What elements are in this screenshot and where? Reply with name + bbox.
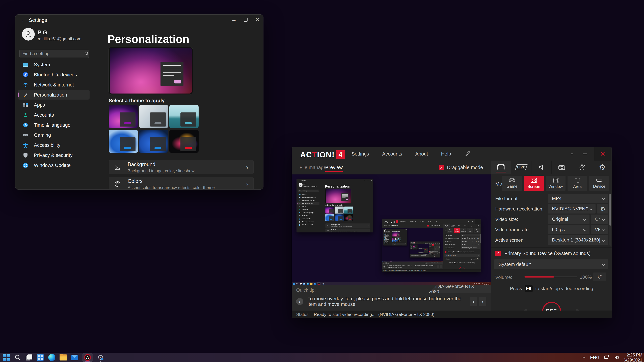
- primary-sound-checkbox-row[interactable]: ✓ Primary Sound Device (System sounds): [495, 250, 590, 257]
- hw-accel-settings-button[interactable]: ⚙: [597, 204, 608, 214]
- next-tip-button[interactable]: ›: [479, 297, 486, 306]
- widgets-button[interactable]: [36, 354, 44, 361]
- theme-tile-floral[interactable]: [170, 130, 198, 153]
- sidebar-item-privacy[interactable]: Privacy & security: [18, 150, 90, 160]
- colors-row[interactable]: Colors Accent color, transparency effect…: [109, 177, 254, 190]
- panel-scrollbar[interactable]: [610, 194, 611, 246]
- task-view-button[interactable]: [25, 354, 33, 361]
- start-button[interactable]: [2, 354, 10, 361]
- benchmark-tab[interactable]: [572, 161, 592, 174]
- speaker-icon[interactable]: [614, 355, 619, 360]
- video-size-secondary-select[interactable]: Origin...: [591, 215, 608, 224]
- status-text: Ready to start video recording...: [389, 270, 408, 271]
- tray-chevron-icon[interactable]: [582, 356, 586, 360]
- network-icon[interactable]: [604, 355, 610, 360]
- audio-tab[interactable]: [532, 161, 552, 174]
- theme-tile-floral: [415, 248, 416, 248]
- edge-button[interactable]: [48, 354, 56, 361]
- video-size-secondary-select: Origin...: [427, 250, 428, 251]
- volume-reset-button[interactable]: ↺: [593, 273, 606, 281]
- chevron-right-icon: ›: [405, 245, 406, 245]
- checkbox-checked-icon[interactable]: ✓: [495, 251, 500, 256]
- file-explorer-button[interactable]: [59, 354, 67, 361]
- volume-value: 100%: [437, 253, 438, 254]
- theme-tile-blue-light[interactable]: [109, 130, 138, 153]
- film-icon: [496, 164, 505, 171]
- tab-preview[interactable]: Preview: [325, 161, 343, 174]
- desktop: ← Settings – ✕ P G mirillis151@gmail.com…: [382, 228, 443, 262]
- framerate-mode-select[interactable]: VFR: [591, 225, 608, 234]
- search-button[interactable]: [14, 354, 22, 361]
- avatar[interactable]: [22, 28, 35, 40]
- close-button[interactable]: ✕: [594, 147, 611, 161]
- theme-tile-blue-dark[interactable]: [139, 130, 168, 153]
- menu-about[interactable]: About: [415, 151, 428, 157]
- sidebar-item-apps[interactable]: Apps: [18, 100, 90, 110]
- sidebar-item-personalization[interactable]: Personalization: [18, 90, 90, 99]
- clock[interactable]: 2:25 PM 6/29/2021: [624, 353, 642, 362]
- framerate-select[interactable]: 60 fps: [548, 225, 590, 234]
- minimize-to-tray-button[interactable]: [568, 147, 576, 161]
- menu-help[interactable]: Help: [441, 151, 451, 157]
- video-size-select[interactable]: Original: [548, 215, 590, 224]
- settings-app-button[interactable]: ⚙: [96, 354, 104, 361]
- framerate-select: 60 fps: [461, 243, 474, 246]
- settings-tab[interactable]: ⚙: [592, 161, 612, 174]
- sidebar-item-system[interactable]: System: [18, 60, 90, 69]
- live-streaming-tab[interactable]: LIVE: [511, 161, 532, 174]
- minimize-button[interactable]: [580, 147, 590, 161]
- checkbox-checked-icon: ✓: [427, 225, 429, 227]
- search-box[interactable]: [20, 50, 89, 58]
- video-capture-tab[interactable]: [491, 161, 511, 174]
- screenshot-tab[interactable]: [552, 161, 572, 174]
- theme-tile-dark-bloom[interactable]: [109, 105, 138, 128]
- volume-slider[interactable]: [524, 277, 577, 277]
- sidebar-item-network[interactable]: Network & internet: [18, 80, 90, 89]
- widgets-icon: [37, 354, 44, 361]
- close-button[interactable]: ✕: [252, 14, 263, 25]
- accessibility-icon: [299, 218, 300, 220]
- menu-accounts[interactable]: Accounts: [382, 151, 402, 157]
- next-tip-button: ›: [428, 255, 428, 256]
- sidebar-item-bluetooth[interactable]: Bluetooth & devices: [18, 70, 90, 79]
- mode-screen-button[interactable]: Screen: [524, 176, 544, 191]
- volume-label: Volume:: [445, 258, 450, 260]
- hw-accel-select[interactable]: NVIDIA® NVENC HEVC: [548, 204, 596, 214]
- file-format-select[interactable]: MP4: [548, 194, 608, 203]
- theme-tile-sunrise[interactable]: [170, 105, 198, 128]
- mode-game-button[interactable]: Game: [502, 176, 522, 191]
- mode-device-button[interactable]: Device: [589, 176, 609, 191]
- previous-tip-button[interactable]: ‹: [470, 297, 477, 306]
- sidebar-item-accessibility[interactable]: Accessibility: [18, 140, 90, 150]
- status-bar: Status: Ready to start video recording..…: [418, 253, 428, 253]
- minimize-button[interactable]: –: [228, 14, 240, 25]
- tab-file-manager[interactable]: File manager: [300, 161, 328, 174]
- speaker-icon: [482, 283, 483, 285]
- sidebar-item-bluetooth: Bluetooth & devices: [410, 246, 412, 246]
- time-language-icon: [384, 239, 384, 240]
- background-row[interactable]: Background Background image, color, slid…: [109, 160, 254, 174]
- mail-button[interactable]: [71, 354, 78, 361]
- sidebar-item-windows-update[interactable]: Windows Update: [18, 161, 90, 170]
- status-label: Status:: [296, 312, 310, 317]
- theme-tile-light-bloom[interactable]: [139, 105, 168, 128]
- checkbox-checked-icon[interactable]: ✓: [439, 165, 444, 170]
- mode-window-button[interactable]: Window: [546, 176, 566, 191]
- mode-area-button[interactable]: Area: [568, 176, 587, 191]
- sidebar-item-accounts[interactable]: Accounts: [18, 110, 90, 120]
- settings-window: ← Settings – ✕ P G mirillis151@gmail.com…: [410, 245, 418, 250]
- back-button[interactable]: ←: [20, 16, 28, 23]
- volume-reset-button: ↺: [427, 252, 428, 252]
- draggable-mode-toggle[interactable]: ✓ Draggable mode: [439, 161, 483, 174]
- sidebar-item-time-language[interactable]: Time & language: [18, 120, 90, 130]
- sound-device-select[interactable]: System default: [494, 259, 608, 269]
- pen-tool-icon[interactable]: [464, 150, 472, 158]
- active-screen-select[interactable]: Desktop 1 [3840x2160]: [548, 235, 608, 245]
- sidebar-item-gaming[interactable]: Gaming: [18, 130, 90, 140]
- maximize-button[interactable]: [240, 14, 252, 25]
- action-app-button[interactable]: A: [82, 353, 93, 362]
- menu-settings[interactable]: Settings: [352, 151, 369, 157]
- language-indicator[interactable]: ENG: [590, 355, 600, 360]
- screen-preview[interactable]: ← Settings – ✕ P G mirillis151@gmail.com…: [292, 174, 491, 285]
- search-input[interactable]: [20, 51, 84, 56]
